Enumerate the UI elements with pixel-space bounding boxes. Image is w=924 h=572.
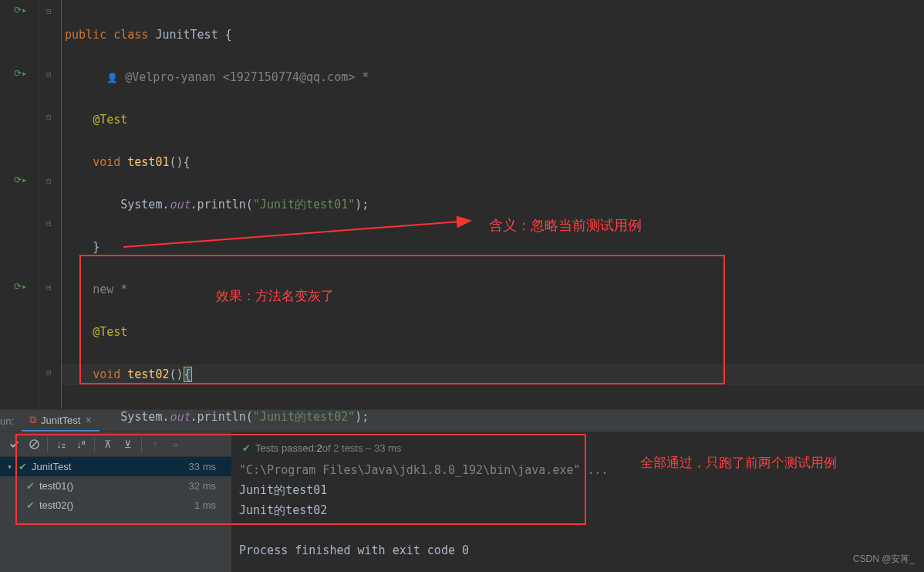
run-test01-icon[interactable]: ⟳▸ xyxy=(14,68,27,79)
test-time: 33 ms xyxy=(189,461,224,472)
sort-alpha-icon[interactable]: ↓ª xyxy=(72,435,90,454)
test-toolbar: ↓₂ ↓ª ⊼ ⊻ ↑ » xyxy=(0,432,231,457)
fold-icon[interactable]: ⊟ xyxy=(46,367,52,377)
gutter-fold: ⊟ ⊟ ⊟ ⊟ ⊟ ⊟ ⊟ xyxy=(40,0,62,409)
annotation-effect: 效果：方法名变灰了 xyxy=(216,287,334,305)
fold-icon[interactable]: ⊟ xyxy=(46,218,52,228)
run-label: un: xyxy=(0,415,22,427)
gutter-run-icons: ⟳▸ ⟳▸ ⟳▸ ⟳▸ xyxy=(0,0,40,409)
expand-icon[interactable]: ⊼ xyxy=(99,435,117,454)
test-name: test01() xyxy=(39,480,73,492)
test-node-test01[interactable]: ✔ test01() 32 ms xyxy=(0,476,231,496)
prev-icon[interactable]: ↑ xyxy=(146,435,164,454)
sort-icon[interactable]: ↓₂ xyxy=(52,435,70,454)
svg-line-3 xyxy=(31,442,37,448)
console-exit: Process finished with exit code 0 xyxy=(239,540,916,560)
collapse-icon[interactable]: ⊻ xyxy=(119,435,137,454)
console-line: Junit的test02 xyxy=(239,500,916,520)
fold-icon[interactable]: ⊟ xyxy=(46,176,52,186)
code-editor[interactable]: ⟳▸ ⟳▸ ⟳▸ ⟳▸ ⊟ ⊟ ⊟ ⊟ ⊟ ⊟ ⊟ public class J… xyxy=(0,0,924,409)
run-test02-icon[interactable]: ⟳▸ xyxy=(14,174,27,185)
test-name: JunitTest xyxy=(32,461,71,472)
run-test03-icon[interactable]: ⟳▸ xyxy=(14,281,27,292)
test-time: 1 ms xyxy=(194,499,224,511)
pass-icon: ✔ xyxy=(242,438,251,459)
pass-icon: ✔ xyxy=(26,480,35,492)
test-node-root[interactable]: ▾ ✔ JunitTest 33 ms xyxy=(0,457,231,476)
show-passed-icon[interactable] xyxy=(5,435,23,454)
chevron-down-icon: ▾ xyxy=(8,462,19,471)
test-config-icon: ⧉ xyxy=(29,414,36,426)
code-text[interactable]: public class JunitTest { 👤 @Velpro-yanan… xyxy=(62,0,924,409)
show-ignored-icon[interactable] xyxy=(25,435,43,454)
fold-icon[interactable]: ⊟ xyxy=(46,69,52,80)
next-icon[interactable]: » xyxy=(166,435,184,454)
annotation-result: 全部通过，只跑了前两个测试用例 xyxy=(640,454,837,472)
watermark: CSDN @安苒_ xyxy=(853,553,915,566)
fold-icon[interactable]: ⊟ xyxy=(46,6,52,16)
pass-icon: ✔ xyxy=(26,499,35,511)
fold-icon[interactable]: ⊟ xyxy=(46,283,52,293)
pass-icon: ✔ xyxy=(19,461,27,472)
test-time: 32 ms xyxy=(189,480,224,492)
test-name: test02() xyxy=(39,499,73,511)
test-node-test02[interactable]: ✔ test02() 1 ms xyxy=(0,496,231,515)
console-line: Junit的test01 xyxy=(239,480,916,500)
fold-icon[interactable]: ⊟ xyxy=(46,112,52,122)
run-class-icon[interactable]: ⟳▸ xyxy=(14,5,27,15)
test-tree: ↓₂ ↓ª ⊼ ⊻ ↑ » ▾ ✔ JunitTest 33 ms ✔ test… xyxy=(0,432,231,572)
annotation-meaning: 含义：忽略当前测试用例 xyxy=(489,216,642,235)
